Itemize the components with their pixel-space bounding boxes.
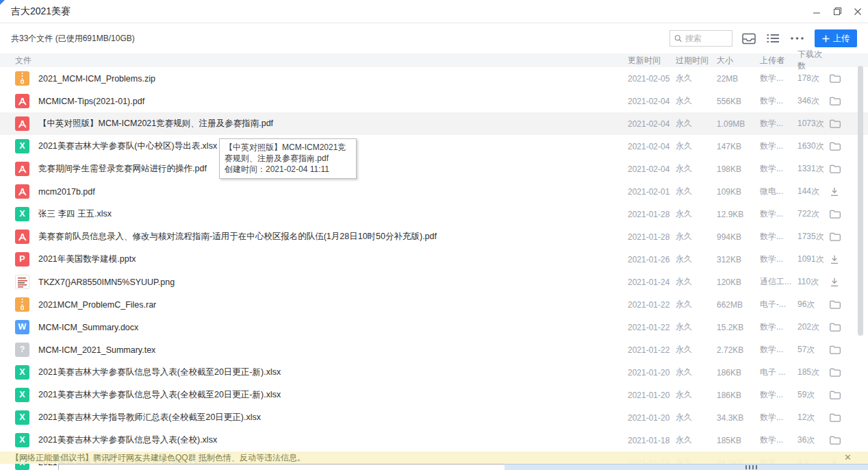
expire-time: 永久 <box>676 208 717 220</box>
table-row[interactable]: X2021美赛吉林大学参赛队(中心校区)导出表.xlsx2021-02-04永久… <box>0 135 868 158</box>
file-name[interactable]: 2021美赛吉林大学参赛队信息导入表(全校截至20日更正-新).xlsx <box>38 389 286 401</box>
notice-banner-text: 【网络正能量倡议书】腾讯呼吁网友共建绿色QQ群 抵制色情、反动等违法信息。 <box>11 452 305 464</box>
file-name[interactable]: TKZX7(}AR8550IMN5%SYUUP.png <box>38 277 180 287</box>
expire-time: 永久 <box>676 186 717 197</box>
table-row[interactable]: 竞赛期间学生需登录竞赛网站进行的操作.pdf2021-02-04永久198KB数… <box>0 158 868 180</box>
more-options-button[interactable] <box>789 37 804 40</box>
table-row[interactable]: MCMICM-Tips(2021-01).pdf2021-02-04永久556K… <box>0 90 868 112</box>
open-folder-icon <box>830 232 841 241</box>
file-name[interactable]: 2021美赛吉林大学参赛队(中心校区)导出表.xlsx <box>38 140 222 152</box>
open-folder-button[interactable] <box>830 210 850 219</box>
download-button[interactable] <box>830 187 850 197</box>
header-file: 文件 <box>15 55 628 66</box>
restore-button[interactable] <box>827 0 847 23</box>
file-name[interactable]: 2021美赛吉林大学指导教师汇总表(全校截至20日更正).xlsx <box>38 412 266 423</box>
table-row[interactable]: WMCM-ICM_Summary.docx2021-01-22永久15.2KB数… <box>0 316 868 338</box>
search-box[interactable] <box>669 30 732 47</box>
file-name[interactable]: MCM-ICM_Summary.docx <box>38 323 144 332</box>
expire-time: 永久 <box>676 140 717 152</box>
header-uploader: 上传者 <box>760 55 797 66</box>
open-folder-icon <box>830 300 841 309</box>
file-name[interactable]: 2021美赛吉林大学参赛队信息导入表(全校).xlsx <box>38 434 222 446</box>
open-folder-button[interactable] <box>830 232 850 241</box>
scrollbar-thumb[interactable] <box>858 66 863 336</box>
table-row[interactable]: 2021MCM_ProblemC_Files.rar2021-01-22永久66… <box>0 293 868 316</box>
expire-time: 永久 <box>676 163 717 175</box>
table-row[interactable]: X2021美赛吉林大学参赛队信息导入表(全校截至20日更正-新).xlsx202… <box>0 361 868 384</box>
updated-time: 2021-01-20 <box>628 413 676 423</box>
table-row[interactable]: X2021美赛吉林大学参赛队信息导入表(全校).xlsx2021-01-18永久… <box>0 429 868 452</box>
open-folder-button[interactable] <box>830 413 850 422</box>
file-name[interactable]: 【中英对照版】MCM-ICM2021竞赛规则、注册及参赛指南.pdf <box>38 118 279 129</box>
file-name[interactable]: 2021_MCM-ICM_Problems.zip <box>38 74 161 84</box>
list-view-icon <box>767 34 779 43</box>
file-name[interactable]: 竞赛期间学生需登录竞赛网站进行的操作.pdf <box>38 163 212 175</box>
uploader: 数学... <box>760 412 797 423</box>
download-count: 346次 <box>797 95 830 107</box>
banner-close-icon[interactable]: ✕ <box>844 452 852 463</box>
table-row[interactable]: mcm2017b.pdf2021-02-01永久109KB微电...144次 <box>0 180 868 203</box>
uploader: 数学... <box>760 231 797 243</box>
expire-time: 永久 <box>676 95 717 107</box>
pdf-glyph <box>17 97 27 106</box>
open-folder-button[interactable] <box>830 119 850 128</box>
open-folder-button[interactable] <box>830 142 850 151</box>
pdf-file-icon <box>15 94 29 108</box>
save-to-drive-button[interactable] <box>741 33 756 45</box>
table-row[interactable]: X2021美赛吉林大学参赛队信息导入表(全校截至20日更正-新).xlsx202… <box>0 384 868 406</box>
table-row[interactable]: 【中英对照版】MCM-ICM2021竞赛规则、注册及参赛指南.pdf2021-0… <box>0 112 868 135</box>
open-folder-icon <box>830 368 841 377</box>
tooltip-created: 创建时间：2021-02-04 11:11 <box>225 164 351 175</box>
table-row[interactable]: 美赛赛前队员信息录入、修改与核对流程指南-适用于在中心校区报名的队伍(1月28日… <box>0 225 868 248</box>
table-row[interactable]: TKZX7(}AR8550IMN5%SYUUP.png2021-01-24永久1… <box>0 271 868 293</box>
open-folder-button[interactable] <box>830 436 850 445</box>
open-folder-button[interactable] <box>830 323 850 332</box>
file-name[interactable]: mcm2017b.pdf <box>38 187 101 197</box>
updated-time: 2021-01-28 <box>628 210 676 219</box>
file-name[interactable]: 2021美赛吉林大学参赛队信息导入表(全校截至20日更正-新).xlsx <box>38 367 286 378</box>
pdf-glyph <box>17 164 27 174</box>
file-name[interactable]: MCMICM-Tips(2021-01).pdf <box>38 97 150 106</box>
open-folder-button[interactable] <box>830 345 850 354</box>
open-folder-icon <box>830 142 841 151</box>
table-row[interactable]: X2021美赛吉林大学指导教师汇总表(全校截至20日更正).xlsx2021-0… <box>0 406 868 429</box>
xlsx-file-icon: X <box>15 388 29 402</box>
table-row[interactable]: 2021_MCM-ICM_Problems.zip2021-02-05永久22M… <box>0 67 868 90</box>
open-folder-button[interactable] <box>830 368 850 377</box>
file-name[interactable]: 张三 李四 王五.xlsx <box>38 208 117 220</box>
download-count: 36次 <box>797 434 830 446</box>
download-count: 1331次 <box>797 163 830 175</box>
expire-time: 永久 <box>676 299 717 310</box>
header-updated: 更新时间 <box>628 55 676 66</box>
download-count: 1735次 <box>797 231 830 243</box>
file-name[interactable]: 美赛赛前队员信息录入、修改与核对流程指南-适用于在中心校区报名的队伍(1月28日… <box>38 231 442 243</box>
open-folder-button[interactable] <box>830 164 850 173</box>
table-row[interactable]: X张三 李四 王五.xlsx2021-01-28永久12.9KB数学...722… <box>0 203 868 225</box>
expire-time: 永久 <box>676 73 717 84</box>
table-row[interactable]: P2021年美国数学建模.pptx2021-01-26永久312KB数学...1… <box>0 248 868 271</box>
list-view-button[interactable] <box>765 34 780 43</box>
open-folder-icon <box>830 391 841 399</box>
table-row[interactable]: ?MCM-ICM_2021_Summary.tex2021-01-22永久2.7… <box>0 338 868 361</box>
title-bar: 吉大2021美赛 <box>0 0 868 23</box>
open-folder-button[interactable] <box>830 300 850 309</box>
file-name[interactable]: 2021年美国数学建模.pptx <box>38 253 141 265</box>
download-button[interactable] <box>830 277 850 287</box>
pdf-glyph <box>17 119 27 129</box>
upload-button[interactable]: 上传 <box>815 29 857 47</box>
open-folder-button[interactable] <box>830 74 850 83</box>
close-button[interactable] <box>847 0 868 23</box>
file-name[interactable]: MCM-ICM_2021_Summary.tex <box>38 345 161 355</box>
xlsx-file-icon: X <box>15 410 29 425</box>
xlsx-file-icon: X <box>15 139 29 153</box>
open-folder-button[interactable] <box>830 391 850 399</box>
pdf-glyph <box>17 187 27 197</box>
search-input[interactable] <box>685 34 728 43</box>
updated-time: 2021-01-28 <box>628 232 676 242</box>
download-button[interactable] <box>830 255 850 264</box>
header-expired: 过期时间 <box>676 55 717 66</box>
minimize-button[interactable] <box>806 0 827 23</box>
download-count: 59次 <box>797 389 830 401</box>
file-name[interactable]: 2021MCM_ProblemC_Files.rar <box>38 300 162 310</box>
open-folder-button[interactable] <box>830 97 850 106</box>
